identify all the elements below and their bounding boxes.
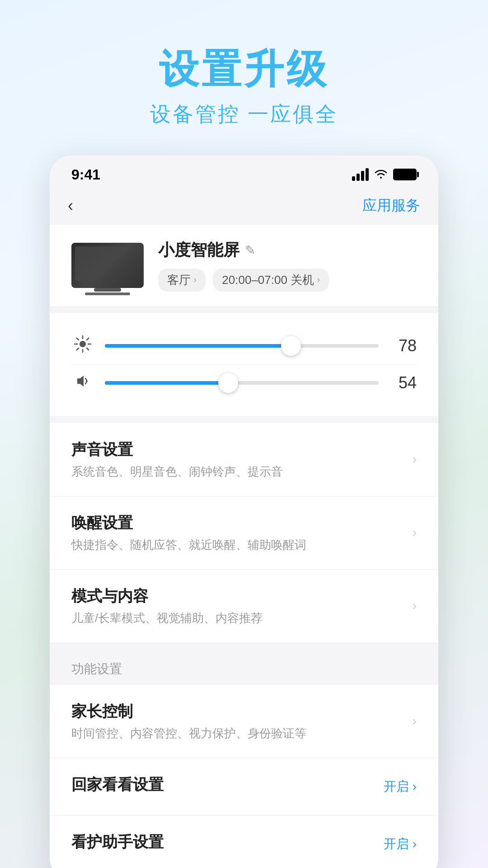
schedule-tag[interactable]: 20:00–07:00 关机 › [213, 269, 329, 292]
phone-mockup: 9:41 ‹ 应用服务 [50, 156, 438, 868]
home-view-content: 回家看看设置 [71, 774, 384, 799]
status-bar: 9:41 [50, 156, 438, 189]
wakeup-settings-item[interactable]: 唤醒设置 快捷指令、随机应答、就近唤醒、辅助唤醒词 › [50, 496, 438, 570]
svg-point-0 [80, 341, 86, 347]
home-view-title: 回家看看设置 [71, 774, 384, 795]
parental-control-title: 家长控制 [71, 701, 405, 722]
device-edit-icon[interactable]: ✎ [245, 243, 255, 258]
svg-line-8 [77, 348, 79, 350]
volume-thumb[interactable] [218, 373, 238, 393]
parental-control-desc: 时间管控、内容管控、视力保护、身份验证等 [71, 726, 405, 741]
home-view-item[interactable]: 回家看看设置 开启 › [50, 758, 438, 816]
battery-icon [393, 169, 417, 180]
promo-subtitle: 设备管控 一应俱全 [150, 100, 338, 128]
promo-title: 设置升级 [150, 45, 338, 93]
mode-settings-desc: 儿童/长辈模式、视觉辅助、内容推荐 [71, 610, 405, 626]
brightness-icon [71, 335, 94, 357]
device-card: 小度智能屏 ✎ 客厅 › 20:00–07:00 关机 › [50, 225, 438, 306]
brightness-track[interactable] [105, 344, 379, 348]
sound-settings-content: 声音设置 系统音色、明星音色、闹钟铃声、提示音 [71, 439, 405, 480]
sound-settings-arrow: › [413, 452, 417, 467]
volume-slider-row: 54 [71, 364, 417, 401]
parental-control-arrow: › [413, 714, 417, 728]
brightness-fill [105, 344, 291, 348]
volume-track[interactable] [105, 381, 379, 385]
sound-settings-item[interactable]: 声音设置 系统音色、明星音色、闹钟铃声、提示音 › [50, 423, 438, 496]
parental-control-item[interactable]: 家长控制 时间管控、内容管控、视力保护、身份验证等 › [50, 685, 438, 758]
nav-action-button[interactable]: 应用服务 [362, 196, 420, 216]
home-view-arrow: › [413, 779, 417, 794]
section-label: 功能设置 [50, 650, 438, 685]
svg-point-9 [86, 380, 88, 382]
mode-settings-item[interactable]: 模式与内容 儿童/长辈模式、视觉辅助、内容推荐 › [50, 570, 438, 642]
tag-arrow-location: › [193, 274, 197, 286]
svg-line-7 [87, 338, 89, 340]
volume-fill [105, 381, 228, 385]
svg-line-5 [77, 338, 79, 340]
mode-settings-content: 模式与内容 儿童/长辈模式、视觉辅助、内容推荐 [71, 586, 405, 626]
volume-value: 54 [389, 373, 417, 392]
mode-settings-title: 模式与内容 [71, 586, 405, 607]
status-time: 9:41 [71, 166, 100, 183]
home-view-status: 开启 › [384, 778, 417, 795]
device-name-row: 小度智能屏 ✎ [158, 239, 417, 261]
care-assistant-status: 开启 › [384, 835, 417, 853]
tag-arrow-schedule: › [317, 274, 320, 286]
back-button[interactable]: ‹ [68, 196, 73, 215]
care-assistant-item[interactable]: 看护助手设置 开启 › [50, 816, 438, 868]
settings-card: 声音设置 系统音色、明星音色、闹钟铃声、提示音 › 唤醒设置 快捷指令、随机应答… [50, 423, 438, 642]
parental-control-content: 家长控制 时间管控、内容管控、视力保护、身份验证等 [71, 701, 405, 741]
svg-line-6 [87, 348, 89, 350]
device-tags: 客厅 › 20:00–07:00 关机 › [158, 269, 417, 292]
device-image [71, 243, 144, 288]
wakeup-settings-desc: 快捷指令、随机应答、就近唤醒、辅助唤醒词 [71, 537, 405, 553]
wifi-icon [374, 168, 388, 182]
function-settings-card: 家长控制 时间管控、内容管控、视力保护、身份验证等 › 回家看看设置 开启 › … [50, 685, 438, 868]
promo-section: 设置升级 设备管控 一应俱全 [150, 0, 338, 156]
care-assistant-title: 看护助手设置 [71, 832, 384, 853]
care-assistant-arrow: › [413, 837, 417, 851]
signal-icon [352, 168, 369, 181]
volume-icon [71, 372, 94, 394]
wakeup-settings-arrow: › [413, 525, 417, 540]
brightness-slider-row: 78 [71, 328, 417, 364]
sound-settings-desc: 系统音色、明星音色、闹钟铃声、提示音 [71, 464, 405, 480]
brightness-thumb[interactable] [281, 336, 301, 356]
nav-bar: ‹ 应用服务 [50, 189, 438, 225]
wakeup-settings-content: 唤醒设置 快捷指令、随机应答、就近唤醒、辅助唤醒词 [71, 513, 405, 553]
mode-settings-arrow: › [413, 599, 417, 613]
status-icons [352, 168, 417, 182]
sound-settings-title: 声音设置 [71, 439, 405, 460]
brightness-value: 78 [389, 336, 417, 355]
sliders-card: 78 54 [50, 313, 438, 416]
wakeup-settings-title: 唤醒设置 [71, 513, 405, 533]
location-tag[interactable]: 客厅 › [158, 269, 206, 292]
device-info: 小度智能屏 ✎ 客厅 › 20:00–07:00 关机 › [158, 239, 417, 292]
care-assistant-content: 看护助手设置 [71, 832, 384, 856]
device-name: 小度智能屏 [158, 239, 239, 261]
